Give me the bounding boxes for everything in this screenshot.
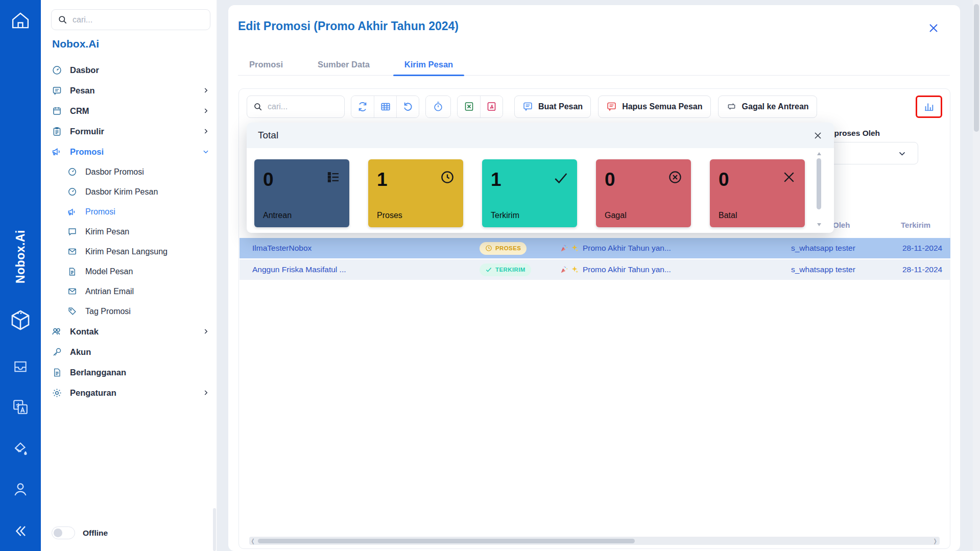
statistics-button[interactable] [916,95,942,118]
sidebar-menu: Dasbor Pesan CRM Formulir Promosi Dasbor… [51,60,210,403]
auto-refresh-button[interactable] [426,96,450,117]
sidebar-subitem-model-pesan[interactable]: Model Pesan [51,261,210,281]
sidebar-subitem-kirim-pesan[interactable]: Kirim Pesan [51,222,210,242]
sidebar: Nobox.Ai Dasbor Pesan CRM Formulir Promo… [41,0,217,551]
scroll-up-icon[interactable] [817,152,821,155]
hapus-semua-pesan-button[interactable]: Hapus Semua Pesan [598,95,710,118]
tab-kirim-pesan[interactable]: Kirim Pesan [393,54,464,75]
sidebar-subitem-kirim-pesan-langsung[interactable]: Kirim Pesan Langsung [51,242,210,261]
page-scrollbar[interactable] [973,0,980,551]
table-search-input[interactable] [268,102,334,111]
contact-name-link[interactable]: IlmaTesterNobox [252,238,312,258]
campaign-link[interactable]: Promo Akhir Tahun yan... [583,265,671,274]
pdf-icon [486,101,497,112]
sparkles-icon [570,266,579,274]
sidebar-item-pesan[interactable]: Pesan [51,80,210,101]
x-icon [781,170,797,185]
check-icon [485,266,492,273]
chevron-right-icon [202,389,209,396]
filter-diproses-oleh-label: Diproses Oleh [826,129,880,138]
home-icon[interactable] [0,10,41,32]
tab-sumber-data[interactable]: Sumber Data [306,54,381,75]
party-popper-icon [560,266,568,274]
sidebar-item-dasbor[interactable]: Dasbor [51,60,210,80]
sidebar-search[interactable] [51,9,210,30]
user-icon[interactable] [0,480,41,498]
table-row[interactable]: Anggun Friska Masifatul ... TERKIRIM Pro… [240,258,950,280]
column-header-terkirim[interactable]: Terkirim [901,221,930,229]
reset-button[interactable] [396,96,419,117]
scroll-down-icon[interactable] [817,223,821,226]
sidebar-item-kontak[interactable]: Kontak [51,321,210,342]
stat-card-gagal[interactable]: 0 Gagal [596,159,691,227]
offline-label: Offline [83,529,108,538]
document-icon [66,267,78,276]
refresh-button[interactable] [351,96,374,117]
queue-list-icon [326,170,341,185]
sidebar-item-akun[interactable]: Akun [51,342,210,362]
table-toolbar: Buat Pesan Hapus Semua Pesan Gagal ke An… [247,95,942,118]
sidebar-subitem-tag-promosi[interactable]: Tag Promosi [51,301,210,321]
campaign-link[interactable]: Promo Akhir Tahun yan... [583,244,671,253]
table-body: IlmaTesterNobox PROSES Promo Akhir Tahun… [240,238,950,280]
stat-card-proses[interactable]: 1 Proses [368,159,463,227]
stat-card-antrean[interactable]: 0 Antrean [254,159,349,227]
export-pdf-button[interactable] [480,96,503,117]
scroll-left-icon[interactable]: ❬ [249,537,256,545]
sidebar-item-berlangganan[interactable]: Berlangganan [51,362,210,382]
excel-icon [464,101,474,112]
search-icon [253,102,262,111]
sidebar-subitem-dasbor-promosi[interactable]: Dasbor Promosi [51,162,210,182]
scrollbar-thumb[interactable] [817,158,821,209]
campaign-cell: Promo Akhir Tahun yan... [560,238,671,258]
sparkles-icon [570,244,579,252]
envelope-icon [66,286,78,296]
status-badge: PROSES [480,238,527,258]
cube-logo[interactable] [0,308,41,332]
contact-name-link[interactable]: Anggun Friska Masifatul ... [252,259,346,280]
rail-brand-vertical: Nobox.Ai [0,212,41,301]
sidebar-item-pengaturan[interactable]: Pengaturan [51,382,210,403]
stat-card-terkirim[interactable]: 1 Terkirim [482,159,577,227]
campaign-cell: Promo Akhir Tahun yan... [560,259,671,280]
scroll-right-icon[interactable]: ❭ [931,537,939,545]
sidebar-subitem-dasbor-kirim-pesan[interactable]: Dasbor Kirim Pesan [51,182,210,202]
toggle-knob [54,529,62,537]
export-excel-button[interactable] [458,96,480,117]
buat-pesan-button[interactable]: Buat Pesan [514,95,591,118]
message-delete-icon [606,101,617,112]
paint-bucket-icon[interactable] [0,440,41,458]
sidebar-scrollbar[interactable] [213,508,216,551]
close-icon[interactable] [813,131,823,140]
message-icon [51,85,62,96]
stat-card-batal[interactable]: 0 Batal [710,159,805,227]
undo-icon [402,101,414,112]
popup-scrollbar[interactable] [816,152,822,226]
clock-icon [440,170,455,185]
sidebar-item-promosi[interactable]: Promosi [51,141,210,162]
table-row[interactable]: IlmaTesterNobox PROSES Promo Akhir Tahun… [240,238,950,258]
sidebar-subitem-promosi[interactable]: Promosi [51,202,210,222]
sidebar-search-input[interactable] [73,15,204,25]
scrollbar-thumb[interactable] [258,539,635,543]
close-icon[interactable] [927,22,940,34]
columns-button[interactable] [374,96,396,117]
chevron-right-icon [202,87,209,94]
scrollbar-thumb[interactable] [974,4,979,132]
chat-icon [66,227,78,236]
horizontal-scrollbar[interactable]: ❬ ❭ [249,537,940,545]
sidebar-item-formulir[interactable]: Formulir [51,121,210,141]
sidebar-subitem-antrian-email[interactable]: Antrian Email [51,281,210,301]
dashboard-icon [51,65,62,76]
offline-toggle[interactable] [52,526,75,539]
collapse-sidebar-icon[interactable] [0,522,41,540]
gagal-ke-antrean-button[interactable]: Gagal ke Antrean [718,95,817,118]
table-search[interactable] [247,95,345,118]
sidebar-item-crm[interactable]: CRM [51,101,210,121]
app-rail: Nobox.Ai [0,0,41,551]
translate-icon[interactable] [0,398,41,416]
message-plus-icon [522,101,533,112]
tab-promosi[interactable]: Promosi [238,54,294,75]
inbox-icon[interactable] [0,358,41,375]
column-header-oleh[interactable]: Oleh [833,221,850,229]
